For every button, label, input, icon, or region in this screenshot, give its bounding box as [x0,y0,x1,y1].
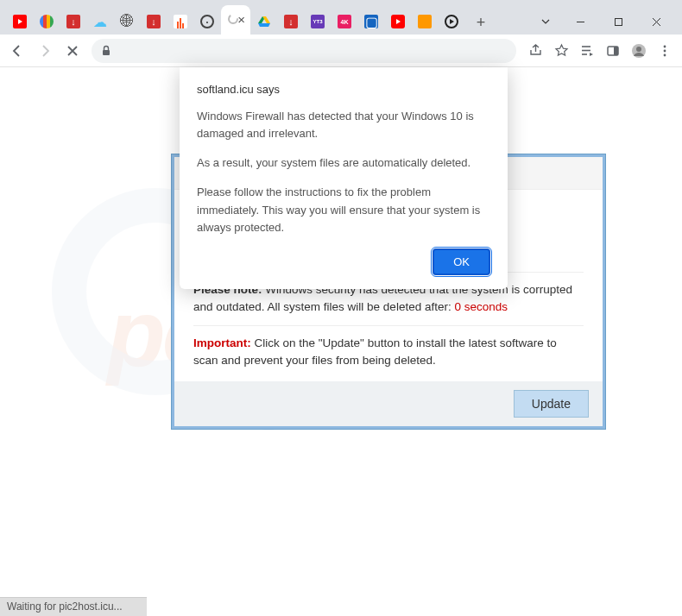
window-controls [530,9,675,35]
toolbar [0,35,682,67]
toolbar-right [523,39,677,63]
svg-point-0 [229,15,237,23]
back-button[interactable] [5,39,29,63]
tab-orange[interactable] [412,9,438,35]
share-icon[interactable] [523,39,547,63]
countdown-text: 0 seconds [454,300,508,313]
tabs-dropdown-icon[interactable] [530,9,561,35]
tab-tv[interactable]: ▢ [358,9,384,35]
svg-point-11 [664,45,666,47]
tab-download1[interactable]: ↓ [60,9,86,35]
tab-download3[interactable]: ↓ [278,9,304,35]
tab-google[interactable] [34,9,60,35]
tab-play[interactable] [439,9,464,35]
profile-icon[interactable] [627,39,651,63]
forward-button[interactable] [33,39,57,63]
tab-bars[interactable] [167,9,193,35]
tab-4k[interactable]: 4K [332,9,357,35]
alert-ok-button[interactable]: OK [433,248,490,275]
tab-active[interactable]: × [221,5,250,35]
playlist-icon[interactable] [575,39,599,63]
tabstrip: ↓ ☁ 🌐︎ ↓ • × ↓ YT3 4K ▢ + [7,5,530,35]
titlebar: ↓ ☁ 🌐︎ ↓ • × ↓ YT3 4K ▢ + [0,0,682,35]
alert-title: softland.icu says [197,83,490,96]
tab-youtube[interactable] [7,9,33,35]
newtab-button[interactable]: + [469,10,493,35]
svg-rect-3 [103,50,110,55]
important-label: Important: [193,336,251,349]
star-icon[interactable] [549,39,573,63]
tab-yt3[interactable]: YT3 [305,9,331,35]
tab-globe[interactable]: 🌐︎ [114,9,140,35]
tab-download2[interactable]: ↓ [141,9,167,35]
tab-ytplay[interactable] [385,9,411,35]
update-button[interactable]: Update [514,390,589,418]
lock-icon [100,45,112,57]
alert-line1: Windows Firewall has detected that your … [197,108,490,142]
menu-icon[interactable] [653,39,677,63]
close-window-icon[interactable] [637,9,675,35]
close-tab-icon[interactable]: × [237,12,245,27]
tab-circle[interactable]: • [194,9,220,35]
status-text: Waiting for pic2host.icu... [7,600,123,613]
tab-cloud[interactable]: ☁ [87,9,113,35]
stop-reload-button[interactable] [60,39,85,63]
maximize-icon[interactable] [599,9,637,35]
tab-drive[interactable] [251,9,277,35]
statusbar: Waiting for pic2host.icu... [0,597,147,616]
svg-point-10 [636,47,641,52]
svg-rect-8 [614,47,618,55]
svg-point-12 [664,49,666,52]
svg-rect-2 [615,18,622,25]
url-bar[interactable] [92,39,516,63]
js-alert-dialog: softland.icu says Windows Firewall has d… [180,67,508,289]
minimize-icon[interactable] [561,9,599,35]
sidepanel-icon[interactable] [601,39,625,63]
alert-line2: As a result, your system files are autom… [197,154,490,172]
page-content: pcrisk.com Please note: Windows security… [0,67,682,597]
alert-line3: Please follow the instructions to fix th… [197,184,490,236]
svg-point-13 [664,53,666,56]
